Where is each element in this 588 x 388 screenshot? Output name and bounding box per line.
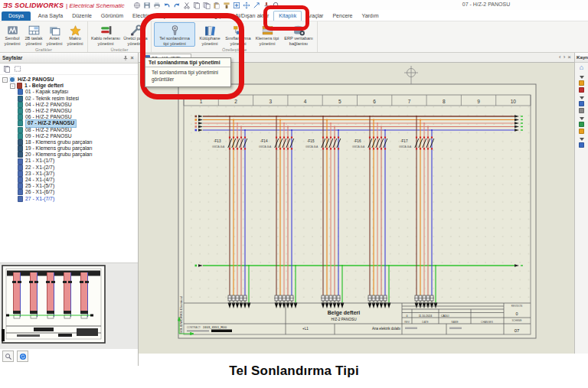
resource-icon[interactable] xyxy=(579,87,584,93)
expander-icon[interactable] xyxy=(580,117,584,120)
preview-zoom-icon[interactable] xyxy=(2,351,14,362)
resource-icon[interactable] xyxy=(579,108,584,113)
resources-panel[interactable]: Kayn xyxy=(574,53,588,354)
page-tree-item[interactable]: 22 - X1-(2/7) xyxy=(0,165,138,171)
page-tree-item[interactable]: 19 - Klemens grubu parçaları xyxy=(0,145,138,152)
resource-icon[interactable] xyxy=(579,101,584,106)
duplicate-icon[interactable] xyxy=(203,2,211,9)
ribbon-button-symbol-manager[interactable]: Sembol yönetimi xyxy=(2,22,22,47)
resource-icon[interactable] xyxy=(579,122,584,127)
menu-tab-g-r-n-m[interactable]: Görünüm xyxy=(96,11,128,21)
resource-icon[interactable] xyxy=(579,142,584,148)
resource-icon[interactable] xyxy=(579,80,584,86)
menu-tab-de-i-tir[interactable]: Değiştir xyxy=(203,11,230,21)
menu-tab-dosya[interactable]: Dosya xyxy=(2,11,31,21)
move-icon[interactable] xyxy=(253,2,260,9)
page-tree-item[interactable]: 24 - X1-(4/7) xyxy=(0,177,138,183)
page-tree-item[interactable]: 01 - Kapak sayfası xyxy=(0,89,138,95)
page-tree-label: 08 - H/Z-2 PANOSU xyxy=(25,127,72,133)
menu-tab-yard-m[interactable]: Yardım xyxy=(358,11,384,21)
tab-scroll-left-icon[interactable]: ‹ xyxy=(559,54,561,61)
ribbon-button-library-manager[interactable]: Kütüphane yönetimi xyxy=(197,22,223,47)
tooltip-body: Tel sonlandırma tipi yönetimini görüntül… xyxy=(145,67,230,86)
menu-tab-ara-lar[interactable]: Araçlar xyxy=(302,11,328,21)
page-tree-item[interactable]: 05 - H/Z-2 PANOSU xyxy=(0,108,138,114)
revision-label: REVISION xyxy=(511,305,522,308)
scheme-icon xyxy=(18,114,23,120)
breaker-type: GW2A 4kA xyxy=(259,145,272,148)
page-tree-item[interactable]: 25 - X1-(5/7) xyxy=(0,183,138,189)
redo-icon[interactable] xyxy=(173,2,181,9)
cell-fine-print xyxy=(449,328,462,330)
page-tree-item[interactable]: 26 - X1-(6/7) xyxy=(0,189,138,195)
ribbon-button-manufacturer-part[interactable]: Üretici parça yönetimi xyxy=(122,22,149,47)
title-bar: ƎS SOLIDWORKS | Electrical Schematic 07 … xyxy=(0,0,588,10)
save-icon[interactable] xyxy=(143,2,151,9)
cut-icon[interactable] xyxy=(183,2,191,9)
ribbon-button-terminal-type[interactable]: Klemens tipi yönetimi xyxy=(253,22,281,47)
menu-tab-pencere[interactable]: Pencere xyxy=(328,11,357,21)
paste-icon[interactable] xyxy=(213,2,220,9)
new-page-icon[interactable] xyxy=(2,65,11,73)
menu-tab-ana-sayfa[interactable]: Ana Sayfa xyxy=(34,11,67,21)
schematic-canvas[interactable]: 12345678910 -F13GW2A 4kA-F14GW2A 4kA-F15… xyxy=(139,63,574,354)
undo-icon[interactable] xyxy=(163,2,171,9)
settings-icon[interactable] xyxy=(133,2,141,9)
menu-tab-d-zenle[interactable]: Düzenle xyxy=(67,11,96,21)
page-tree-item[interactable]: 20 - Klemens grubu parçaları xyxy=(0,152,138,158)
tab-bar-close-icon[interactable]: × xyxy=(567,54,571,61)
expander-icon[interactable] xyxy=(580,138,584,141)
resource-icon[interactable] xyxy=(579,129,584,134)
pin-icon[interactable] xyxy=(122,54,129,61)
menu-tab-al-d-ar-aktar[interactable]: Al/Dışarı aktar xyxy=(230,11,273,21)
page-tree-item[interactable]: 27 - X1-(7/7) xyxy=(0,196,138,202)
close-icon[interactable]: × xyxy=(129,54,136,61)
ribbon-button-label: 2B taslak yönetimi xyxy=(24,36,42,46)
page-tree-item[interactable]: H/Z-2 PANOSU xyxy=(0,77,138,83)
page-tree-label: 01 - Kapak sayfası xyxy=(25,89,68,95)
page-tree-item[interactable]: 07 - H/Z-2 PANOSU xyxy=(0,120,138,126)
page-tree-item[interactable]: 02 - Teknik resim listesi xyxy=(0,96,138,102)
menu-tab-electrical-project[interactable]: Electrical Project xyxy=(128,11,177,21)
ribbon-button-erp-database[interactable]: ERP veritabanı bağlantısı xyxy=(283,22,315,47)
home-icon[interactable] xyxy=(575,63,588,72)
page-tree-item[interactable]: 18 - Klemens grubu parçaları xyxy=(0,139,138,145)
page-tree-label: 18 - Klemens grubu parçaları xyxy=(25,139,93,145)
tree-expand-icon[interactable] xyxy=(10,83,15,89)
ribbon-button-wire-termination[interactable]: Tel sonlandırma tipi yönetimi xyxy=(154,22,195,47)
ribbon-button-cable-reference[interactable]: Kablo referansı yönetimi xyxy=(90,22,121,47)
search-icon[interactable] xyxy=(273,2,280,9)
print-icon[interactable] xyxy=(153,2,161,9)
page-tree-item[interactable]: 09 - H/Z-2 PANOSU xyxy=(0,133,138,139)
zoom-extents-icon[interactable] xyxy=(233,2,240,9)
menu-tab-kitapl-k[interactable]: Kitaplık xyxy=(273,11,302,21)
tab-scroll-right-icon[interactable]: › xyxy=(564,54,566,61)
selection-box-icon[interactable] xyxy=(13,65,21,73)
doc-subtitle: H/Z-2 PANOSU xyxy=(331,318,357,321)
format-painter-icon[interactable] xyxy=(223,2,230,9)
pages-toolbar xyxy=(0,64,138,75)
contract-label: CONTRACT: xyxy=(187,326,201,329)
ribbon-button-header-manager[interactable]: Antet yönetimi xyxy=(45,22,64,47)
ribbon-button-macro-manager[interactable]: Makro yönetimi xyxy=(65,22,85,47)
breaker-tag: -F14 xyxy=(260,139,268,143)
page-thumbnail[interactable] xyxy=(2,265,106,344)
cable-reference-icon xyxy=(100,24,113,36)
expander-icon[interactable] xyxy=(580,96,584,99)
tree-expand-icon[interactable] xyxy=(2,77,8,83)
sync-icon[interactable] xyxy=(17,351,28,362)
page-tree-item[interactable]: 21 - X1-(1/7) xyxy=(0,158,138,164)
page-tree-item[interactable]: 04 - H/Z-2 PANOSU xyxy=(0,102,138,108)
copy-icon[interactable] xyxy=(193,2,201,9)
pan-icon[interactable] xyxy=(243,2,250,9)
thumbnail-buttons xyxy=(2,351,28,362)
pin-icon[interactable] xyxy=(263,2,270,9)
page-tree-item[interactable]: 08 - H/Z-2 PANOSU xyxy=(0,127,138,133)
column-label: 9 xyxy=(477,99,480,104)
ribbon-button-title-block-manager[interactable]: 2B taslak yönetimi xyxy=(24,22,44,47)
page-tree-item[interactable]: 23 - X1-(3/7) xyxy=(0,171,138,177)
ribbon-button-classification[interactable]: Sınıflandırma yönetimi xyxy=(224,22,252,47)
expander-icon[interactable] xyxy=(580,76,584,79)
page-tree-item[interactable]: 1 - Belge defteri xyxy=(0,83,138,89)
manufacturer-part-icon xyxy=(129,24,142,36)
